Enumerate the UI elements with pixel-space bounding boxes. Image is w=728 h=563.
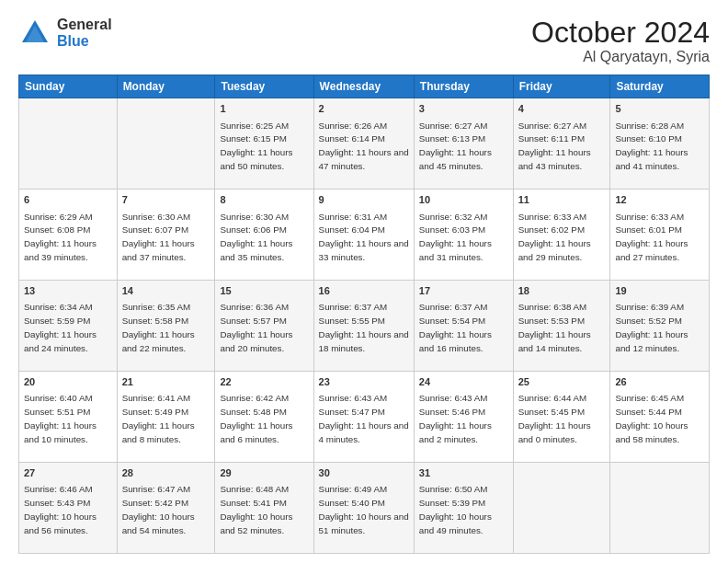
day-info: Sunrise: 6:26 AM Sunset: 6:14 PM Dayligh… [319,121,409,171]
day-info: Sunrise: 6:46 AM Sunset: 5:43 PM Dayligh… [24,484,97,534]
day-info: Sunrise: 6:43 AM Sunset: 5:47 PM Dayligh… [319,393,409,443]
day-info: Sunrise: 6:37 AM Sunset: 5:54 PM Dayligh… [419,302,492,352]
week-row-2: 13Sunrise: 6:34 AM Sunset: 5:59 PM Dayli… [19,281,710,372]
day-number: 26 [615,375,704,389]
day-cell [513,463,610,554]
title-block: October 2024 Al Qaryatayn, Syria [531,17,710,65]
col-header-friday: Friday [513,75,610,98]
day-info: Sunrise: 6:33 AM Sunset: 6:01 PM Dayligh… [615,212,688,262]
day-number: 16 [319,284,409,298]
day-info: Sunrise: 6:38 AM Sunset: 5:53 PM Dayligh… [518,302,591,352]
day-info: Sunrise: 6:29 AM Sunset: 6:08 PM Dayligh… [24,212,97,262]
day-cell: 13Sunrise: 6:34 AM Sunset: 5:59 PM Dayli… [19,281,118,372]
day-cell: 5Sunrise: 6:28 AM Sunset: 6:10 PM Daylig… [610,98,710,190]
day-cell: 24Sunrise: 6:43 AM Sunset: 5:46 PM Dayli… [414,372,513,463]
day-info: Sunrise: 6:35 AM Sunset: 5:58 PM Dayligh… [122,302,195,352]
day-cell: 15Sunrise: 6:36 AM Sunset: 5:57 PM Dayli… [215,281,313,372]
day-info: Sunrise: 6:44 AM Sunset: 5:45 PM Dayligh… [518,393,591,443]
day-number: 12 [615,193,704,207]
day-info: Sunrise: 6:32 AM Sunset: 6:03 PM Dayligh… [419,212,492,262]
day-cell: 25Sunrise: 6:44 AM Sunset: 5:45 PM Dayli… [513,372,610,463]
day-info: Sunrise: 6:40 AM Sunset: 5:51 PM Dayligh… [24,393,97,443]
day-number: 1 [220,102,308,116]
day-number: 28 [122,466,210,480]
logo: General Blue [18,17,112,50]
day-number: 27 [24,466,112,480]
day-info: Sunrise: 6:42 AM Sunset: 5:48 PM Dayligh… [220,393,292,443]
day-info: Sunrise: 6:47 AM Sunset: 5:42 PM Dayligh… [122,484,195,534]
day-info: Sunrise: 6:50 AM Sunset: 5:39 PM Dayligh… [419,484,492,534]
day-number: 17 [419,284,508,298]
day-number: 5 [615,102,704,116]
day-cell: 7Sunrise: 6:30 AM Sunset: 6:07 PM Daylig… [117,190,215,281]
day-cell: 11Sunrise: 6:33 AM Sunset: 6:02 PM Dayli… [513,190,610,281]
month-title: October 2024 [531,17,710,49]
day-number: 7 [122,193,210,207]
day-info: Sunrise: 6:43 AM Sunset: 5:46 PM Dayligh… [419,393,492,443]
day-number: 9 [319,193,409,207]
day-cell: 8Sunrise: 6:30 AM Sunset: 6:06 PM Daylig… [215,190,313,281]
day-cell: 20Sunrise: 6:40 AM Sunset: 5:51 PM Dayli… [19,372,118,463]
day-cell: 26Sunrise: 6:45 AM Sunset: 5:44 PM Dayli… [610,372,710,463]
day-cell: 16Sunrise: 6:37 AM Sunset: 5:55 PM Dayli… [313,281,414,372]
day-info: Sunrise: 6:25 AM Sunset: 6:15 PM Dayligh… [220,121,292,171]
location-title: Al Qaryatayn, Syria [531,49,710,65]
day-cell: 17Sunrise: 6:37 AM Sunset: 5:54 PM Dayli… [414,281,513,372]
day-info: Sunrise: 6:45 AM Sunset: 5:44 PM Dayligh… [615,393,688,443]
day-number: 14 [122,284,210,298]
day-number: 10 [419,193,508,207]
day-cell: 10Sunrise: 6:32 AM Sunset: 6:03 PM Dayli… [414,190,513,281]
logo-blue: Blue [57,33,112,50]
page: General Blue October 2024 Al Qaryatayn, … [0,0,728,563]
day-number: 6 [24,193,112,207]
day-number: 29 [220,466,308,480]
day-number: 4 [518,102,606,116]
day-number: 21 [122,375,210,389]
day-info: Sunrise: 6:30 AM Sunset: 6:07 PM Dayligh… [122,212,195,262]
day-info: Sunrise: 6:30 AM Sunset: 6:06 PM Dayligh… [220,212,292,262]
col-header-saturday: Saturday [610,75,710,98]
day-number: 19 [615,284,704,298]
day-number: 24 [419,375,508,389]
day-number: 15 [220,284,308,298]
week-row-1: 6Sunrise: 6:29 AM Sunset: 6:08 PM Daylig… [19,190,710,281]
day-cell: 1Sunrise: 6:25 AM Sunset: 6:15 PM Daylig… [215,98,313,190]
calendar: SundayMondayTuesdayWednesdayThursdayFrid… [18,75,710,554]
day-cell: 6Sunrise: 6:29 AM Sunset: 6:08 PM Daylig… [19,190,118,281]
logo-icon [18,17,51,50]
day-info: Sunrise: 6:27 AM Sunset: 6:13 PM Dayligh… [419,121,492,171]
header: General Blue October 2024 Al Qaryatayn, … [18,17,710,65]
day-cell: 4Sunrise: 6:27 AM Sunset: 6:11 PM Daylig… [513,98,610,190]
day-number: 13 [24,284,112,298]
day-number: 3 [419,102,508,116]
day-cell: 2Sunrise: 6:26 AM Sunset: 6:14 PM Daylig… [313,98,414,190]
day-cell: 9Sunrise: 6:31 AM Sunset: 6:04 PM Daylig… [313,190,414,281]
day-number: 20 [24,375,112,389]
day-cell: 19Sunrise: 6:39 AM Sunset: 5:52 PM Dayli… [610,281,710,372]
col-header-tuesday: Tuesday [215,75,313,98]
calendar-header: SundayMondayTuesdayWednesdayThursdayFrid… [19,75,710,98]
col-header-thursday: Thursday [414,75,513,98]
day-cell: 30Sunrise: 6:49 AM Sunset: 5:40 PM Dayli… [313,463,414,554]
day-cell [19,98,118,190]
day-info: Sunrise: 6:36 AM Sunset: 5:57 PM Dayligh… [220,302,292,352]
header-row: SundayMondayTuesdayWednesdayThursdayFrid… [19,75,710,98]
day-info: Sunrise: 6:33 AM Sunset: 6:02 PM Dayligh… [518,212,591,262]
day-number: 31 [419,466,508,480]
day-number: 11 [518,193,606,207]
day-cell [610,463,710,554]
calendar-body: 1Sunrise: 6:25 AM Sunset: 6:15 PM Daylig… [19,98,710,554]
day-cell: 12Sunrise: 6:33 AM Sunset: 6:01 PM Dayli… [610,190,710,281]
day-number: 30 [319,466,409,480]
day-cell: 18Sunrise: 6:38 AM Sunset: 5:53 PM Dayli… [513,281,610,372]
col-header-wednesday: Wednesday [313,75,414,98]
day-info: Sunrise: 6:27 AM Sunset: 6:11 PM Dayligh… [518,121,591,171]
day-info: Sunrise: 6:41 AM Sunset: 5:49 PM Dayligh… [122,393,195,443]
day-number: 25 [518,375,606,389]
day-number: 22 [220,375,308,389]
day-cell: 23Sunrise: 6:43 AM Sunset: 5:47 PM Dayli… [313,372,414,463]
day-number: 18 [518,284,606,298]
day-info: Sunrise: 6:39 AM Sunset: 5:52 PM Dayligh… [615,302,688,352]
day-cell: 29Sunrise: 6:48 AM Sunset: 5:41 PM Dayli… [215,463,313,554]
day-info: Sunrise: 6:49 AM Sunset: 5:40 PM Dayligh… [319,484,409,534]
